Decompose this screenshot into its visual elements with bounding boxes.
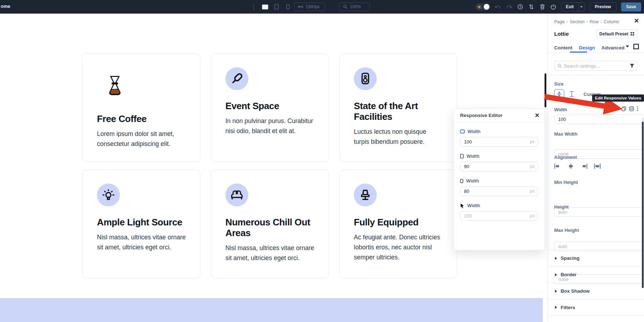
size-width-mode-button[interactable]	[554, 89, 564, 99]
edit-responsive-values-tooltip: Edit Responsive Values	[592, 94, 644, 102]
coffee-chemex-icon[interactable]	[97, 67, 133, 103]
height-label: Height	[554, 204, 638, 210]
save-button[interactable]: Save	[621, 3, 641, 11]
tablet-device-icon[interactable]	[273, 4, 280, 10]
desktop-device-icon[interactable]	[262, 4, 268, 10]
card-body: Nisl massa, ultrices vitae ornare sit am…	[225, 243, 314, 263]
card-body: Nisl massa, ultrices vitae ornare sit am…	[97, 232, 186, 252]
tablet-width-input[interactable]	[460, 162, 538, 171]
card-body: Lorem ipsum dolor sit amet, consectetur …	[97, 129, 186, 149]
feature-card-chill-out[interactable]: Numerous Chill Out Areas Nisl massa, ult…	[211, 170, 329, 278]
section-spacing[interactable]: Spacing	[548, 250, 644, 266]
history-icon[interactable]	[517, 4, 523, 10]
section-box-shadow[interactable]: Box Shadow	[548, 283, 644, 299]
breadcrumb-column[interactable]: Column	[604, 19, 619, 24]
card-title: Event Space	[225, 101, 314, 112]
default-preset-button[interactable]: Default Preset	[596, 29, 638, 38]
page-footer-section[interactable]	[0, 298, 543, 322]
breakpoint-field-tablet: Width px	[460, 153, 538, 171]
sidebar-scrollbar[interactable]	[642, 122, 644, 288]
phone-landscape-width-input[interactable]	[460, 211, 538, 221]
exit-dropdown[interactable]	[578, 3, 585, 11]
breakpoint-field-phone: Width px	[460, 178, 538, 196]
paddle-icon[interactable]	[225, 67, 248, 90]
undo-icon[interactable]	[495, 4, 501, 10]
search-icon	[557, 64, 562, 68]
settings-search[interactable]	[554, 61, 638, 71]
align-stretch-icon[interactable]	[594, 163, 601, 169]
canvas-width-control[interactable]: 1580px	[294, 3, 325, 11]
alignment-options	[554, 163, 638, 169]
section-filters[interactable]: Filters	[548, 299, 644, 316]
tab-content[interactable]: Content	[554, 45, 572, 50]
more-dots-icon[interactable]	[250, 4, 257, 10]
section-border[interactable]: Border	[548, 266, 644, 283]
phone-device-icon[interactable]	[285, 4, 291, 10]
phone-width-input[interactable]	[460, 186, 538, 196]
canvas-scrollbar[interactable]	[545, 73, 546, 107]
feature-card-light-source[interactable]: Ample Light Source Nisl massa, ultrices …	[82, 170, 200, 278]
device-switcher	[250, 0, 291, 14]
feature-card-facilities[interactable]: State of the Art Facilities Luctus lectu…	[339, 53, 457, 162]
feature-card-event-space[interactable]: Event Space In non pulvinar purus. Curab…	[211, 53, 329, 162]
arrows-horizontal-icon	[298, 5, 303, 9]
canvas-width-value: 1580px	[306, 4, 319, 9]
close-popup-icon[interactable]: ✕	[535, 113, 540, 118]
exit-label: Exit	[562, 4, 578, 9]
breadcrumb-section[interactable]: Section	[570, 19, 585, 24]
breakpoint-field-desktop: Width px	[460, 129, 538, 147]
tablet-breakpoint-icon	[460, 154, 464, 158]
max-height-label: Max Height	[554, 228, 638, 233]
align-center-icon[interactable]	[567, 163, 574, 169]
database-icon[interactable]	[629, 106, 634, 111]
zoom-control[interactable]: 100%	[339, 3, 370, 11]
close-panel-icon[interactable]: ✕	[633, 18, 640, 24]
width-input[interactable]	[554, 114, 644, 124]
power-icon[interactable]	[550, 4, 557, 10]
speaker-icon[interactable]	[354, 67, 377, 90]
tabs-dropdown-icon[interactable]	[626, 45, 629, 48]
couch-icon[interactable]	[225, 184, 248, 206]
fit-width-icon	[556, 91, 562, 97]
feature-card-free-coffee[interactable]: Free Coffee Lorem ipsum dolor sit amet, …	[82, 53, 200, 162]
responsive-editor-popup: Responsive Editor ✕ Width px Width	[453, 108, 545, 250]
card-body: In non pulvinar purus. Curabitur nisi od…	[225, 116, 314, 136]
size-section-heading: Size	[554, 81, 638, 87]
fit-height-icon	[569, 91, 575, 97]
sort-arrows-icon[interactable]	[528, 4, 535, 10]
trash-icon[interactable]	[539, 4, 546, 10]
preview-button[interactable]: Preview	[590, 3, 616, 11]
copy-responsive-icon[interactable]	[621, 106, 626, 111]
collapse-arrow-icon	[555, 290, 557, 293]
align-right-icon[interactable]	[581, 163, 587, 169]
exit-button[interactable]: Exit	[561, 3, 585, 11]
breadcrumb-separator: ›	[586, 19, 588, 24]
preset-grid-icon	[630, 32, 634, 36]
tab-design[interactable]: Design	[579, 45, 595, 50]
filter-funnel-icon[interactable]	[630, 64, 634, 68]
width-input-wrap: px	[554, 114, 644, 124]
responsive-editor-title: Responsive Editor	[460, 113, 503, 118]
wireframe-toggle-icon[interactable]	[633, 44, 639, 49]
card-body: Ac feugiat ante. Donec ultricies loborti…	[354, 232, 443, 262]
toolbar-actions: Exit Preview Save	[475, 0, 641, 14]
chevron-down-icon	[580, 6, 583, 8]
breadcrumb-row[interactable]: Row	[590, 19, 599, 24]
settings-tabs: Content Design Advanced	[554, 42, 638, 53]
search-input[interactable]	[564, 63, 628, 69]
breadcrumb-page[interactable]: Page	[554, 19, 565, 24]
size-height-mode-button[interactable]	[567, 89, 577, 99]
theme-toggle[interactable]	[475, 3, 490, 10]
card-title: Fully Equipped	[354, 217, 443, 228]
feature-card-fully-equipped[interactable]: Fully Equipped Ac feugiat ante. Donec ul…	[339, 170, 457, 278]
align-left-icon[interactable]	[554, 163, 561, 169]
redo-icon[interactable]	[506, 4, 512, 10]
office-chair-icon[interactable]	[354, 184, 377, 206]
card-title: State of the Art Facilities	[354, 101, 443, 122]
width-unit[interactable]: px	[642, 117, 644, 122]
tab-advanced[interactable]: Advanced	[601, 45, 625, 50]
more-options-icon[interactable]	[637, 106, 638, 111]
alignment-label: Alignment	[554, 155, 638, 160]
desktop-width-input[interactable]	[460, 137, 538, 147]
lightbulb-icon[interactable]	[97, 184, 120, 206]
